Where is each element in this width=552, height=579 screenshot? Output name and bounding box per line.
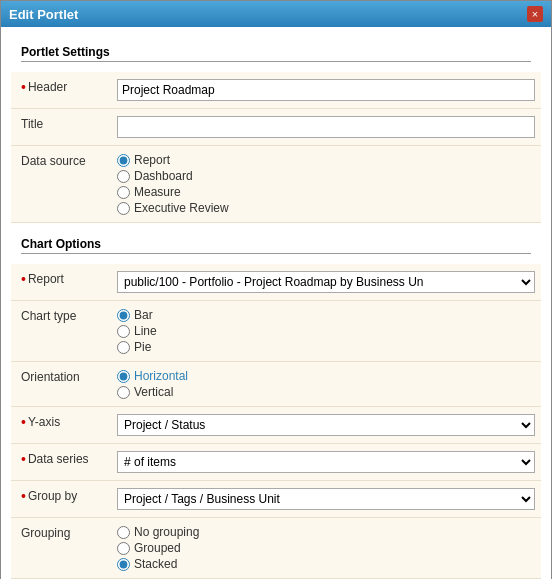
title-row: Title	[11, 109, 541, 146]
y-axis-select[interactable]: Project / Status	[117, 414, 535, 436]
header-row: • Header	[11, 72, 541, 109]
chart-type-row: Chart type Bar Line Pie	[11, 301, 541, 362]
chart-type-line-option[interactable]: Line	[117, 324, 535, 338]
report-label: • Report	[11, 268, 111, 289]
chart-type-bar-option[interactable]: Bar	[117, 308, 535, 322]
data-source-label: Data source	[11, 150, 111, 171]
data-series-select[interactable]: # of items	[117, 451, 535, 473]
data-series-required-dot: •	[21, 452, 26, 466]
title-bar: Edit Portlet ×	[1, 1, 551, 27]
chart-options-header: Chart Options	[21, 237, 531, 254]
report-input-cell: public/100 - Portfolio - Project Roadmap…	[111, 268, 541, 296]
report-row: • Report public/100 - Portfolio - Projec…	[11, 264, 541, 301]
data-series-input-cell: # of items	[111, 448, 541, 476]
title-input-cell	[111, 113, 541, 141]
chart-type-radio-group: Bar Line Pie	[117, 308, 535, 354]
data-source-radio-group: Report Dashboard Measure Executive Revie…	[117, 153, 535, 215]
header-input[interactable]	[117, 79, 535, 101]
chart-type-label: Chart type	[11, 305, 111, 326]
orientation-horizontal-radio[interactable]	[117, 370, 130, 383]
dialog-content: Portlet Settings • Header Title	[1, 27, 551, 579]
chart-type-bar-radio[interactable]	[117, 309, 130, 322]
group-by-required-dot: •	[21, 489, 26, 503]
orientation-input-cell: Horizontal Vertical	[111, 366, 541, 402]
grouping-grouped-radio[interactable]	[117, 542, 130, 555]
grouping-none-option[interactable]: No grouping	[117, 525, 535, 539]
orientation-row: Orientation Horizontal Vertical	[11, 362, 541, 407]
data-source-measure-option[interactable]: Measure	[117, 185, 535, 199]
data-source-input-cell: Report Dashboard Measure Executive Revie…	[111, 150, 541, 218]
data-source-dashboard-option[interactable]: Dashboard	[117, 169, 535, 183]
group-by-input-cell: Project / Tags / Business Unit	[111, 485, 541, 513]
portlet-settings-header: Portlet Settings	[21, 45, 531, 62]
chart-type-pie-radio[interactable]	[117, 341, 130, 354]
header-required-dot: •	[21, 80, 26, 94]
grouping-radio-group: No grouping Grouped Stacked	[117, 525, 535, 571]
chart-type-input-cell: Bar Line Pie	[111, 305, 541, 357]
data-source-report-option[interactable]: Report	[117, 153, 535, 167]
grouping-grouped-option[interactable]: Grouped	[117, 541, 535, 555]
title-label: Title	[11, 113, 111, 134]
data-source-executive-radio[interactable]	[117, 202, 130, 215]
header-label: • Header	[11, 76, 111, 97]
orientation-radio-group: Horizontal Vertical	[117, 369, 535, 399]
dialog-title: Edit Portlet	[9, 7, 78, 22]
y-axis-row: • Y-axis Project / Status	[11, 407, 541, 444]
close-button[interactable]: ×	[527, 6, 543, 22]
group-by-label: • Group by	[11, 485, 111, 506]
chart-type-pie-option[interactable]: Pie	[117, 340, 535, 354]
data-source-row: Data source Report Dashboard Measure	[11, 146, 541, 223]
grouping-input-cell: No grouping Grouped Stacked	[111, 522, 541, 574]
grouping-label: Grouping	[11, 522, 111, 543]
title-input[interactable]	[117, 116, 535, 138]
report-select[interactable]: public/100 - Portfolio - Project Roadmap…	[117, 271, 535, 293]
report-required-dot: •	[21, 272, 26, 286]
y-axis-required-dot: •	[21, 415, 26, 429]
orientation-label: Orientation	[11, 366, 111, 387]
y-axis-input-cell: Project / Status	[111, 411, 541, 439]
header-input-cell	[111, 76, 541, 104]
chart-options-section: Chart Options	[11, 223, 541, 264]
grouping-stacked-radio[interactable]	[117, 558, 130, 571]
data-series-label: • Data series	[11, 448, 111, 469]
orientation-vertical-option[interactable]: Vertical	[117, 385, 535, 399]
data-source-report-radio[interactable]	[117, 154, 130, 167]
orientation-vertical-radio[interactable]	[117, 386, 130, 399]
portlet-settings-section: Portlet Settings	[11, 35, 541, 72]
grouping-row: Grouping No grouping Grouped Stacked	[11, 518, 541, 579]
group-by-row: • Group by Project / Tags / Business Uni…	[11, 481, 541, 518]
chart-type-line-radio[interactable]	[117, 325, 130, 338]
data-source-executive-option[interactable]: Executive Review	[117, 201, 535, 215]
grouping-none-radio[interactable]	[117, 526, 130, 539]
data-source-measure-radio[interactable]	[117, 186, 130, 199]
grouping-stacked-option[interactable]: Stacked	[117, 557, 535, 571]
data-series-row: • Data series # of items	[11, 444, 541, 481]
edit-portlet-dialog: Edit Portlet × Portlet Settings • Header…	[0, 0, 552, 579]
data-source-dashboard-radio[interactable]	[117, 170, 130, 183]
orientation-horizontal-option[interactable]: Horizontal	[117, 369, 535, 383]
y-axis-label: • Y-axis	[11, 411, 111, 432]
group-by-select[interactable]: Project / Tags / Business Unit	[117, 488, 535, 510]
